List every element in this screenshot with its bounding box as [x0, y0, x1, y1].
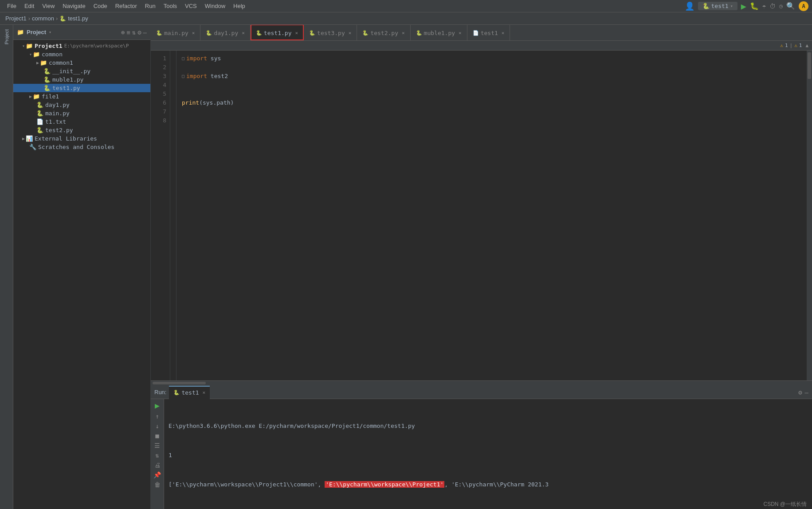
menu-vcs[interactable]: VCS	[181, 2, 200, 10]
sync-icon[interactable]: ⊕	[121, 29, 125, 36]
editor-area[interactable]: 1 2 3 4 5 6 7 8	[151, 51, 812, 380]
tab-muble1-py[interactable]: 🐍 muble1.py ×	[411, 25, 467, 40]
tab-test2-py[interactable]: 🐍 test2.py ×	[357, 25, 410, 40]
tab-main-py[interactable]: 🐍 main.py ×	[151, 25, 200, 40]
file1-folder-icon: 📁	[33, 93, 40, 100]
run-sort-icon[interactable]: ⇅	[155, 452, 159, 459]
user-icon[interactable]: 👤	[685, 1, 694, 11]
close-panel-icon[interactable]: —	[143, 29, 147, 36]
tab-label-test3: test3.py	[317, 30, 345, 36]
scrollbar-thumb-h[interactable]	[153, 382, 206, 384]
sidebar-strip-project[interactable]: Project	[4, 27, 9, 47]
tree-item-scratches[interactable]: 🔧 Scratches and Consoles	[13, 143, 150, 151]
tab-close-day1[interactable]: ×	[242, 30, 245, 36]
run-button[interactable]: ▶	[741, 1, 746, 12]
code-editor[interactable]: □ import sys □ import test2	[177, 51, 807, 380]
breadcrumb-sep1: ›	[28, 15, 30, 22]
search-button[interactable]: 🔍	[786, 2, 795, 10]
user-avatar[interactable]: A	[799, 1, 808, 11]
line-num-6: 6	[154, 98, 166, 107]
menu-navigate[interactable]: Navigate	[59, 2, 89, 10]
warning-triangle-icon: ⚠	[780, 43, 783, 48]
run-list-icon[interactable]: ☰	[154, 442, 160, 449]
tree-item-muble1[interactable]: 🐍 muble1.py	[13, 75, 150, 84]
module-test2: test2	[211, 72, 228, 81]
line-num-5: 5	[154, 90, 166, 98]
line-num-8: 8	[154, 116, 166, 125]
day1-file-icon: 🐍	[36, 102, 43, 108]
run-tab-label: test1	[181, 389, 199, 396]
tree-item-test1[interactable]: 🐍 test1.py	[13, 84, 150, 92]
line-num-1: 1	[154, 54, 166, 63]
debug-button[interactable]: 🐛	[750, 2, 759, 10]
tab-close-muble1[interactable]: ×	[459, 30, 462, 36]
tree-item-common[interactable]: ▾ 📁 common	[13, 50, 150, 59]
chevron-down-icon-panel[interactable]: ▾	[49, 30, 51, 35]
scroll-thumb[interactable]	[808, 52, 811, 79]
menu-run[interactable]: Run	[141, 2, 159, 10]
expand-arrow-file1: ▶	[29, 94, 32, 99]
highlighted-path: 'E:\\pycharm\\workspace\\Project1'	[325, 481, 444, 488]
sort-icon[interactable]: ⇅	[132, 29, 136, 36]
run-panel-minimize-icon[interactable]: —	[805, 389, 808, 396]
menu-window[interactable]: Window	[201, 2, 229, 10]
tree-item-test2[interactable]: 🐍 test2.py	[13, 126, 150, 134]
tree-item-main[interactable]: 🐍 main.py	[13, 109, 150, 117]
menu-code[interactable]: Code	[90, 2, 111, 10]
keyword-import-2: import	[186, 72, 207, 81]
horizontal-scrollbar[interactable]	[151, 380, 812, 385]
tab-close-test2[interactable]: ×	[402, 30, 405, 36]
run-pin-icon[interactable]: 📌	[153, 471, 161, 478]
run-scroll-up-icon[interactable]: ↑	[155, 413, 159, 420]
expand-warnings-icon[interactable]: ▲	[805, 43, 808, 48]
status-bar: CSDN @一纸长情	[758, 500, 812, 509]
run-panel-header: Run: 🐍 test1 × ⚙ —	[151, 386, 812, 399]
profile-button[interactable]: ⏱	[769, 3, 776, 10]
error-count: 1	[799, 43, 802, 48]
breadcrumb-bar: Project1 › common › 🐍 test1.py	[0, 12, 812, 25]
run-output[interactable]: E:\python3.6.6\python.exe E:/pycharm/wor…	[164, 399, 812, 509]
menu-tools[interactable]: Tools	[160, 2, 180, 10]
tab-close-test3[interactable]: ×	[349, 30, 352, 36]
menu-edit[interactable]: Edit	[21, 2, 38, 10]
run-tab-close[interactable]: ×	[203, 390, 206, 395]
menu-file[interactable]: File	[4, 2, 20, 10]
tree-item-common1[interactable]: ▶ 📁 common1	[13, 59, 150, 67]
tab-test1-py[interactable]: 🐍 test1.py ×	[251, 25, 304, 40]
code-line-3: □ import test2	[182, 72, 801, 81]
tab-day1-py[interactable]: 🐍 day1.py ×	[200, 25, 250, 40]
menu-help[interactable]: Help	[230, 2, 249, 10]
tab-close-test1-noext[interactable]: ×	[502, 30, 505, 36]
tab-test1-noext[interactable]: 📄 test1 ×	[467, 25, 510, 40]
settings-icon[interactable]: ⚙	[137, 29, 141, 36]
run-config-dropdown[interactable]: 🐍 test1 ▾	[698, 2, 737, 10]
tab-close-test1[interactable]: ×	[295, 30, 298, 36]
tree-item-file1[interactable]: ▶ 📁 file1	[13, 92, 150, 101]
menu-view[interactable]: View	[39, 2, 58, 10]
tree-item-init[interactable]: 🐍 __init__.py	[13, 67, 150, 75]
tree-item-day1[interactable]: 🐍 day1.py	[13, 101, 150, 109]
run-scroll-down-icon[interactable]: ↓	[155, 423, 159, 430]
run-print-icon[interactable]: 🖨	[154, 462, 161, 469]
breadcrumb-file[interactable]: test1.py	[68, 15, 88, 22]
run-trash-icon[interactable]: 🗑	[154, 481, 161, 488]
common-label: common	[42, 51, 63, 58]
run-play-icon[interactable]: ▶	[155, 401, 160, 410]
tree-item-external-libs[interactable]: ▶ 📊 External Libraries	[13, 134, 150, 143]
coverage-button[interactable]: ☂	[762, 3, 766, 10]
project-name-label: Project1	[35, 43, 63, 49]
tab-test3-py[interactable]: 🐍 test3.py ×	[304, 25, 357, 40]
menu-refactor[interactable]: Refactor	[112, 2, 141, 10]
run-panel-gear-icon[interactable]: ⚙	[798, 389, 802, 396]
tab-close-main[interactable]: ×	[192, 30, 195, 36]
collapse-icon[interactable]: ≡	[126, 29, 130, 36]
expand-arrow-common1: ▶	[36, 60, 39, 65]
tree-item-t1txt[interactable]: 📄 t1.txt	[13, 117, 150, 126]
run-tab[interactable]: 🐍 test1 ×	[169, 386, 210, 399]
breadcrumb-folder[interactable]: common	[32, 15, 54, 22]
breadcrumb-project[interactable]: Project1	[5, 15, 27, 22]
editor-right-bar[interactable]	[807, 51, 812, 380]
tree-item-project[interactable]: ▾ 📁 Project1 E:\pycharm\workspace\P	[13, 42, 150, 50]
tab-icon-muble1: 🐍	[416, 30, 422, 36]
run-stop-icon[interactable]: ■	[155, 432, 159, 439]
